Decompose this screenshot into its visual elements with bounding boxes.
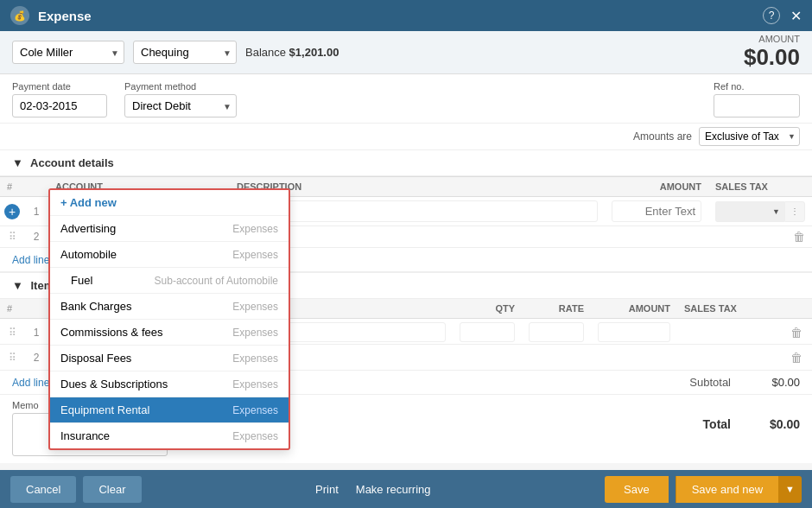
payee-select[interactable]: Cole Miller bbox=[12, 41, 124, 64]
header: 💰 Expense ? ✕ bbox=[0, 0, 812, 31]
cancel-button[interactable]: Cancel bbox=[10, 476, 76, 503]
payment-date-group: Payment date bbox=[12, 81, 107, 117]
dropdown-item-automobile[interactable]: Automobile Expenses bbox=[50, 242, 289, 268]
account-select[interactable]: Chequing bbox=[133, 41, 237, 64]
ref-input[interactable] bbox=[714, 94, 800, 117]
save-dropdown-arrow[interactable]: ▼ bbox=[778, 476, 802, 503]
dropdown-add-new[interactable]: + Add new bbox=[50, 190, 289, 216]
trash-icon-2[interactable]: 🗑 bbox=[793, 230, 805, 244]
dropdown-item-advertising[interactable]: Advertising Expenses bbox=[50, 216, 289, 242]
save-new-button[interactable]: Save and new bbox=[676, 476, 778, 503]
row-num-2: 2 bbox=[24, 231, 48, 243]
salestax-cell-1[interactable]: ▼ ⋮ bbox=[708, 198, 812, 225]
account-details-header[interactable]: ▼ Account details bbox=[0, 150, 812, 176]
save-button[interactable]: Save bbox=[605, 476, 669, 503]
subtotal-value: $0.00 bbox=[748, 376, 800, 389]
dropdown-item-insurance[interactable]: Insurance Expenses bbox=[50, 423, 289, 448]
amount-label: AMOUNT bbox=[744, 34, 800, 44]
amounts-row: Amounts are Exclusive of Tax ▼ bbox=[0, 124, 812, 150]
form-area: Payment date Payment method Direct Debit… bbox=[0, 74, 812, 124]
subtotal-label: Subtotal bbox=[689, 376, 731, 389]
salestax-select-1[interactable] bbox=[715, 201, 784, 222]
amount-cell-1[interactable] bbox=[605, 197, 708, 225]
payment-method-select[interactable]: Direct Debit bbox=[124, 94, 237, 117]
drag-icon-2: ⠿ bbox=[0, 231, 24, 243]
footer-spacer: Print Make recurring bbox=[149, 483, 599, 496]
top-bar: Cole Miller ▼ Chequing ▼ Balance $1,201.… bbox=[0, 31, 812, 74]
amounts-label: Amounts are bbox=[633, 130, 692, 143]
close-icon[interactable]: ✕ bbox=[790, 8, 802, 24]
page-title: Expense bbox=[38, 9, 763, 23]
salestax-cell-2[interactable]: 🗑 bbox=[708, 226, 812, 247]
rate-input-1[interactable] bbox=[529, 322, 584, 342]
description-input-1[interactable] bbox=[237, 200, 598, 222]
salestax-options-btn[interactable]: ⋮ bbox=[784, 201, 805, 222]
item-amount-1[interactable] bbox=[598, 322, 670, 342]
row-num-1: 1 bbox=[24, 202, 48, 221]
print-button[interactable]: Print bbox=[315, 483, 339, 496]
help-icon[interactable]: ? bbox=[763, 7, 780, 24]
amount-section: AMOUNT $0.00 bbox=[744, 34, 800, 71]
dropdown-item-dues[interactable]: Dues & Subscriptions Expenses bbox=[50, 371, 289, 397]
total-label: Total bbox=[703, 417, 731, 431]
plus-button[interactable]: + bbox=[4, 204, 20, 219]
payment-date-input[interactable] bbox=[12, 94, 107, 117]
amounts-select[interactable]: Exclusive of Tax bbox=[699, 127, 800, 146]
balance-text: Balance $1,201.00 bbox=[245, 46, 339, 59]
amount-input-1[interactable] bbox=[612, 200, 701, 222]
col-hash: # bbox=[0, 177, 24, 196]
ref-group: Ref no. bbox=[714, 81, 800, 117]
amount-value: $0.00 bbox=[744, 44, 800, 71]
payment-method-label: Payment method bbox=[124, 81, 237, 92]
dropdown-item-commissions[interactable]: Commissions & fees Expenses bbox=[50, 320, 289, 346]
dropdown-item-disposal[interactable]: Disposal Fees Expenses bbox=[50, 346, 289, 371]
payment-date-label: Payment date bbox=[12, 81, 107, 92]
footer: Cancel Clear Print Make recurring Save S… bbox=[0, 470, 812, 508]
col-add bbox=[24, 177, 48, 196]
ref-label: Ref no. bbox=[714, 81, 800, 92]
make-recurring-button[interactable]: Make recurring bbox=[356, 483, 431, 496]
total-value: $0.00 bbox=[748, 417, 800, 431]
header-icon: 💰 bbox=[10, 6, 29, 25]
clear-button[interactable]: Clear bbox=[83, 476, 141, 503]
payment-method-group: Payment method Direct Debit ▼ bbox=[124, 81, 237, 117]
account-dropdown-overlay[interactable]: + Add new Advertising Expenses Automobil… bbox=[48, 188, 290, 450]
amount-cell-2[interactable] bbox=[605, 233, 708, 240]
save-new-group: Save and new ▼ bbox=[676, 476, 802, 503]
add-line-btn[interactable]: Add line bbox=[12, 254, 49, 266]
dropdown-item-equipment[interactable]: Equipment Rental Expenses bbox=[50, 397, 289, 423]
account-select-wrap[interactable]: Chequing ▼ bbox=[133, 41, 237, 64]
col-salestax: SALES TAX bbox=[708, 177, 812, 196]
col-amount: AMOUNT bbox=[605, 177, 708, 196]
qty-input-1[interactable] bbox=[460, 322, 515, 342]
dropdown-item-bank[interactable]: Bank Charges Expenses bbox=[50, 294, 289, 320]
triangle-icon: ▼ bbox=[12, 156, 23, 169]
payee-select-wrap[interactable]: Cole Miller ▼ bbox=[12, 41, 124, 64]
item-triangle-icon: ▼ bbox=[12, 279, 23, 292]
dropdown-item-fuel[interactable]: Fuel Sub-account of Automobile bbox=[50, 268, 289, 294]
add-row-btn[interactable]: + bbox=[0, 200, 24, 223]
